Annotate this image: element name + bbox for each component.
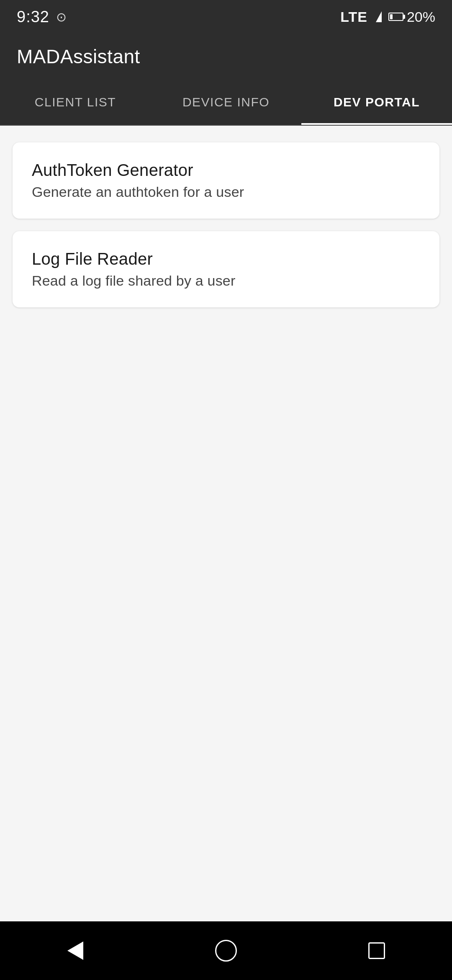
log-file-reader-title: Log File Reader bbox=[32, 250, 420, 268]
tab-dev-portal-label: DEV PORTAL bbox=[334, 95, 420, 109]
app-bar: MADAssistant bbox=[0, 34, 452, 80]
battery-percent: 20% bbox=[407, 9, 435, 25]
back-icon bbox=[67, 941, 83, 960]
tab-device-info-label: DEVICE INFO bbox=[182, 95, 270, 109]
tab-client-list[interactable]: CLIENT LIST bbox=[0, 80, 151, 125]
battery-body bbox=[388, 13, 403, 21]
battery-fill bbox=[390, 14, 393, 19]
battery-icon bbox=[388, 13, 403, 21]
authtoken-generator-title: AuthToken Generator bbox=[32, 161, 420, 180]
tab-client-list-label: CLIENT LIST bbox=[35, 95, 116, 109]
status-bar-left: 9:32 ⊙ bbox=[17, 8, 67, 26]
app-title: MADAssistant bbox=[17, 45, 140, 68]
lte-indicator: LTE bbox=[340, 9, 367, 25]
content-area: AuthToken Generator Generate an authtoke… bbox=[0, 126, 452, 921]
home-button[interactable] bbox=[209, 934, 243, 967]
log-file-reader-subtitle: Read a log file shared by a user bbox=[32, 273, 420, 289]
status-time: 9:32 bbox=[17, 8, 49, 26]
tab-device-info[interactable]: DEVICE INFO bbox=[151, 80, 301, 125]
signal-icon bbox=[376, 11, 382, 22]
recents-icon bbox=[368, 942, 385, 959]
tab-dev-portal[interactable]: DEV PORTAL bbox=[301, 80, 452, 125]
tab-bar: CLIENT LIST DEVICE INFO DEV PORTAL bbox=[0, 80, 452, 126]
home-icon bbox=[215, 940, 237, 962]
recents-button[interactable] bbox=[360, 934, 393, 967]
alarm-icon: ⊙ bbox=[56, 10, 67, 24]
authtoken-generator-card[interactable]: AuthToken Generator Generate an authtoke… bbox=[13, 142, 439, 219]
back-button[interactable] bbox=[59, 934, 92, 967]
status-bar: 9:32 ⊙ LTE 20% bbox=[0, 0, 452, 34]
log-file-reader-card[interactable]: Log File Reader Read a log file shared b… bbox=[13, 231, 439, 307]
nav-bar bbox=[0, 921, 452, 980]
authtoken-generator-subtitle: Generate an authtoken for a user bbox=[32, 184, 420, 200]
status-bar-right: LTE 20% bbox=[340, 9, 435, 25]
battery-container: 20% bbox=[388, 9, 435, 25]
